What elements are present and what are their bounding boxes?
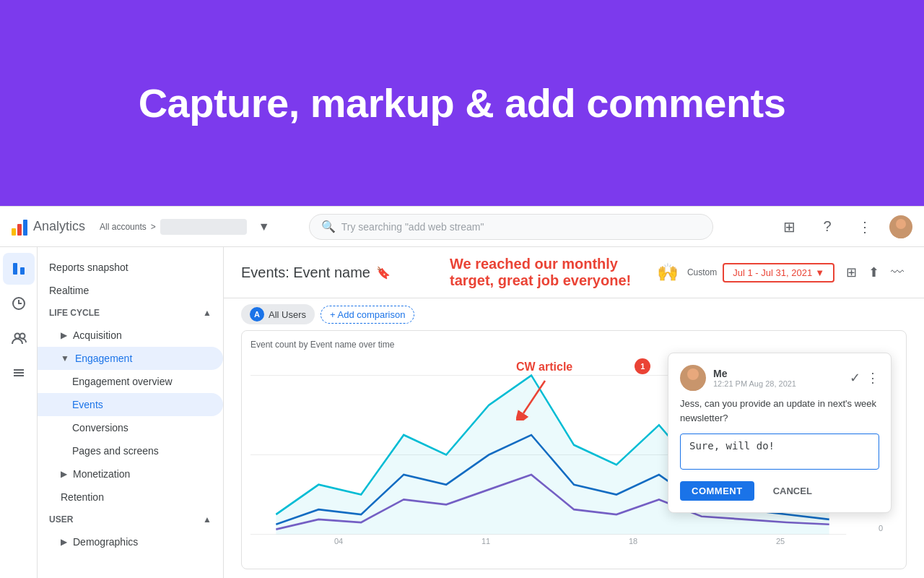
analytics-logo: Analytics — [12, 218, 85, 236]
all-users-icon: A — [250, 307, 264, 322]
comment-more-button[interactable]: ⋮ — [866, 370, 879, 386]
svg-rect-3 — [20, 267, 25, 275]
analytics-wordmark: Analytics — [33, 219, 85, 234]
sidebar-item-realtime[interactable]: Realtime — [38, 279, 223, 302]
top-bar: Analytics All accounts > ▼ 🔍 Try searchi… — [0, 207, 924, 247]
nav-audience-button[interactable] — [3, 322, 35, 354]
breadcrumb-parent[interactable]: All accounts — [100, 222, 147, 232]
commenter-name: Me — [713, 368, 842, 379]
retention-label: Retention — [61, 491, 104, 503]
sidebar: Reports snapshot Realtime Life cycle ▲ ▶… — [38, 247, 224, 578]
nav-reports-button[interactable] — [3, 253, 35, 285]
pages-and-screens-label: Pages and screens — [72, 445, 159, 457]
more-options-button[interactable]: ⋮ — [852, 214, 878, 240]
add-comparison-button[interactable]: + Add comparison — [321, 306, 414, 324]
celebration-emoji: 🙌 — [657, 262, 679, 282]
commenter-avatar — [680, 365, 706, 391]
trend-icon[interactable]: 〰 — [888, 262, 907, 283]
monetization-label: Monetization — [73, 468, 130, 480]
hero-banner: Capture, markup & add comments — [0, 0, 924, 206]
cw-label: CW article — [516, 361, 572, 374]
annotation-pin: CW article 1 — [516, 360, 650, 420]
search-icon: 🔍 — [321, 220, 336, 233]
sidebar-item-retention[interactable]: Retention — [38, 486, 223, 509]
lifecycle-label: Life cycle — [49, 308, 100, 318]
search-bar[interactable]: 🔍 Try searching "add web stream" — [309, 214, 713, 240]
comment-resolve-button[interactable]: ✓ — [850, 370, 860, 386]
comment-reply-buttons: COMMENT CANCEL — [680, 481, 879, 501]
demographics-label: Demographics — [73, 536, 138, 548]
realtime-label: Realtime — [49, 285, 89, 296]
y-axis-0-label: 0 — [879, 524, 883, 532]
sidebar-item-engagement[interactable]: ▼ Engagement — [38, 347, 223, 370]
analytics-app: Analytics All accounts > ▼ 🔍 Try searchi… — [0, 206, 924, 578]
reports-snapshot-label: Reports snapshot — [49, 262, 128, 273]
lifecycle-header: Life cycle ▲ — [38, 302, 223, 324]
customize-icon[interactable]: ⊞ — [843, 262, 860, 283]
account-dropdown-button[interactable]: ▼ — [256, 217, 273, 236]
comment-time: 12:21 PM Aug 28, 2021 — [713, 379, 842, 388]
x-axis-labels: 04 11 18 25 — [265, 537, 854, 545]
all-users-label: All Users — [269, 309, 306, 320]
date-range-button[interactable]: Jul 1 - Jul 31, 2021 ▼ — [723, 263, 834, 282]
page-title-area: Events: Event name 🔖 — [241, 264, 391, 281]
demographics-expand-icon: ▶ — [61, 537, 67, 547]
comment-submit-button[interactable]: COMMENT — [680, 481, 754, 501]
engagement-label: Engagement — [75, 353, 132, 364]
annotation-text: We reached our monthly target, great job… — [450, 256, 651, 289]
add-comparison-label: + Add comparison — [330, 309, 405, 320]
nav-list-button[interactable] — [3, 357, 35, 389]
page-title: Events: Event name — [241, 264, 370, 281]
logo-icon — [12, 218, 27, 236]
bookmark-icon[interactable]: 🔖 — [376, 266, 391, 280]
conversions-label: Conversions — [72, 422, 128, 434]
svg-point-0 — [896, 219, 906, 229]
avatar[interactable] — [889, 215, 912, 238]
date-range-controls: Custom Jul 1 - Jul 31, 2021 ▼ — [687, 263, 834, 282]
user-expand-icon[interactable]: ▲ — [203, 514, 212, 525]
events-label: Events — [72, 399, 103, 410]
help-button[interactable]: ? — [814, 214, 840, 240]
user-label: User — [49, 514, 73, 525]
main-layout: Reports snapshot Realtime Life cycle ▲ ▶… — [0, 247, 924, 578]
nav-realtime-button[interactable] — [3, 288, 35, 319]
svg-rect-2 — [13, 263, 17, 275]
sidebar-item-monetization[interactable]: ▶ Monetization — [38, 462, 223, 486]
svg-point-6 — [19, 334, 25, 339]
comment-actions-header: ✓ ⋮ — [850, 370, 879, 386]
sidebar-item-events[interactable]: Events — [38, 393, 223, 416]
lifecycle-collapse-icon[interactable]: ▲ — [203, 308, 212, 318]
top-bar-actions: ⊞ ? ⋮ — [777, 214, 912, 240]
sidebar-item-demographics[interactable]: ▶ Demographics — [38, 530, 223, 553]
account-pill[interactable] — [160, 219, 247, 235]
sidebar-item-pages-and-screens[interactable]: Pages and screens — [38, 439, 223, 462]
x-label-11: 11 — [481, 537, 490, 545]
search-placeholder-text: Try searching "add web stream" — [341, 221, 484, 233]
engagement-expand-icon: ▼ — [61, 353, 69, 363]
date-range-value: Jul 1 - Jul 31, 2021 — [733, 267, 812, 278]
x-label-04: 04 — [334, 537, 343, 545]
chart-section: Event count by Event name over time — [224, 330, 924, 578]
comment-header: Me 12:21 PM Aug 28, 2021 ✓ ⋮ — [680, 365, 879, 391]
comment-body: Jess, can you provide an update in next'… — [680, 397, 879, 425]
comment-cancel-button[interactable]: CANCEL — [762, 481, 824, 501]
engagement-overview-label: Engagement overview — [72, 376, 173, 387]
sidebar-item-conversions[interactable]: Conversions — [38, 416, 223, 439]
pin-arrow-svg — [516, 377, 559, 420]
svg-line-15 — [523, 381, 545, 413]
filter-row: A All Users + Add comparison — [224, 298, 924, 330]
hero-title: Capture, markup & add comments — [139, 79, 786, 126]
icon-nav — [0, 247, 38, 578]
svg-point-5 — [14, 334, 19, 339]
sidebar-item-acquisition[interactable]: ▶ Acquisition — [38, 324, 223, 347]
sidebar-item-engagement-overview[interactable]: Engagement overview — [38, 370, 223, 393]
content-header: Events: Event name 🔖 We reached our mont… — [224, 247, 924, 298]
share-icon[interactable]: ⬆ — [866, 262, 882, 283]
breadcrumb-separator: > — [151, 222, 156, 232]
chart-label: Event count by Event name over time — [250, 340, 897, 350]
comment-reply-input[interactable]: Sure, will do! — [680, 434, 879, 470]
svg-point-1 — [892, 230, 910, 238]
apps-button[interactable]: ⊞ — [777, 214, 803, 240]
sidebar-item-reports-snapshot[interactable]: Reports snapshot — [38, 256, 223, 279]
pin-badge: 1 — [635, 358, 650, 374]
